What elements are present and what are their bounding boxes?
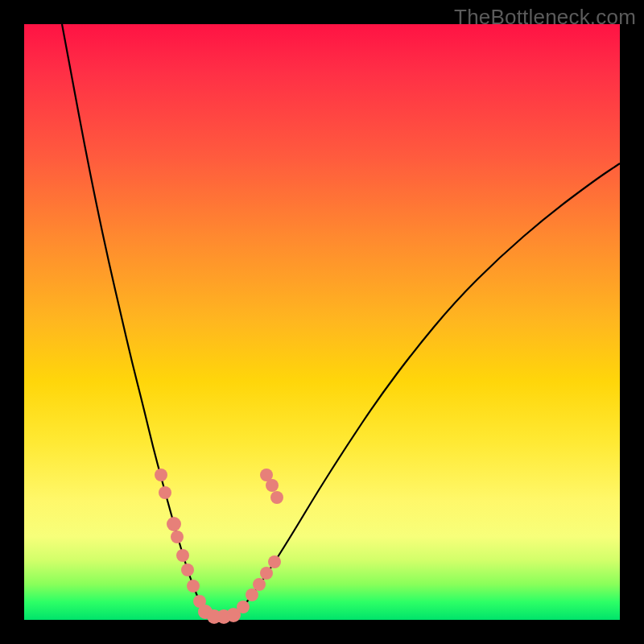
bead-dot xyxy=(176,549,189,562)
bead-dot xyxy=(187,580,200,592)
bead-dot xyxy=(246,588,258,601)
bead-dot xyxy=(260,567,273,580)
bead-dot xyxy=(155,469,167,481)
bead-dot xyxy=(237,601,250,613)
bead-dot xyxy=(167,517,181,531)
bead-group xyxy=(155,469,283,624)
frame-background: TheBottleneck.com xyxy=(0,0,644,644)
bead-dot xyxy=(181,564,194,576)
bead-dot xyxy=(159,486,171,499)
bead-dot xyxy=(268,555,281,568)
plot-area xyxy=(24,24,620,620)
bottleneck-curve xyxy=(62,24,620,617)
bead-dot xyxy=(171,530,184,543)
bead-dot xyxy=(253,578,266,591)
bead-dot xyxy=(266,479,279,492)
bead-dot xyxy=(270,491,283,504)
chart-svg xyxy=(24,24,620,620)
